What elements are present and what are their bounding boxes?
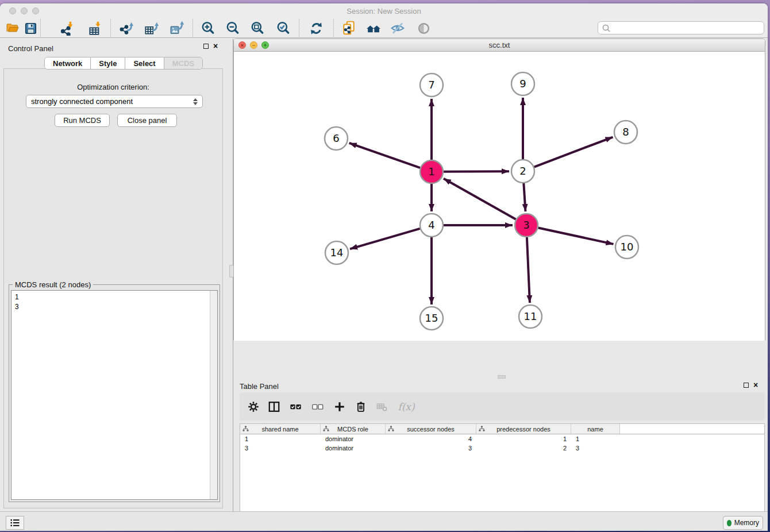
zoom-fit-icon[interactable] [249,20,265,36]
table-cell: dominator [321,444,386,453]
export-image-icon[interactable] [168,20,184,36]
graph-edge-1-6[interactable] [349,143,421,168]
svg-text:3: 3 [523,219,529,231]
mcds-scrollbar[interactable] [210,291,217,499]
function-builder-icon: f(x) [396,399,417,415]
table-cell: 2 [476,444,571,453]
column-header-name[interactable]: name [571,424,620,434]
tab-select[interactable]: Select [125,57,163,69]
mcds-result-line: 1 [15,292,214,302]
svg-text:4: 4 [428,219,434,231]
application-window: Session: New Session [0,3,768,531]
graph-edge-4-14[interactable] [350,229,420,249]
graph-node-1[interactable]: 1 [420,160,443,183]
task-history-icon[interactable] [6,516,24,530]
run-mcds-button[interactable]: Run MCDS [55,114,110,127]
column-header-successor-nodes[interactable]: successor nodes [386,424,476,434]
svg-text:11: 11 [524,310,537,322]
float-panel-icon[interactable] [744,383,749,388]
column-browser-icon[interactable] [266,399,282,415]
open-session-icon[interactable] [5,20,21,36]
create-column-icon[interactable] [332,399,348,415]
graph-node-2[interactable]: 2 [511,160,534,183]
export-network-icon[interactable] [118,20,134,36]
control-panel-title: Control Panel [8,44,53,53]
column-header-mcds-role[interactable]: MCDS role [321,424,386,434]
mcds-result-text[interactable]: 13 [11,290,218,500]
column-header-shared-name[interactable]: shared name [240,424,321,434]
birds-eye-view-icon[interactable] [415,20,432,36]
export-table-icon[interactable] [143,20,159,36]
criterion-select[interactable]: strongly connected component [26,95,203,108]
graph-node-9[interactable]: 9 [511,72,534,95]
control-panel-tabs: NetworkStyleSelectMCDS [44,57,203,70]
table-cell: 4 [386,434,476,444]
zoom-in-icon[interactable] [200,20,216,36]
table-settings-icon[interactable] [245,399,261,415]
main-titlebar: Session: New Session [0,3,768,18]
graph-node-10[interactable]: 10 [615,236,638,259]
graph-node-15[interactable]: 15 [420,307,443,330]
optimization-criterion-label: Optimization criterion: [4,83,222,91]
float-panel-icon[interactable] [203,44,209,49]
graph-edge-2-3[interactable] [523,183,525,211]
status-bar: Memory [0,511,768,531]
graph-edge-2-8[interactable] [534,137,613,167]
node-table-header: shared nameMCDS rolesuccessor nodesprede… [240,424,764,434]
main-toolbar [0,18,768,38]
zoom-out-icon[interactable] [225,20,241,36]
memory-status-icon [727,520,732,526]
table-toolbar: f(x) [240,392,765,421]
clone-network-icon[interactable] [341,20,357,36]
import-network-icon[interactable] [59,20,75,36]
close-panel-button[interactable]: Close panel [117,114,177,127]
table-row[interactable]: 3dominator323 [240,444,764,453]
table-cell: 3 [571,444,620,453]
column-header-predecessor-nodes[interactable]: predecessor nodes [476,424,571,434]
table-cell: 1 [240,434,321,444]
tab-mcds[interactable]: MCDS [164,57,202,69]
graph-node-11[interactable]: 11 [519,305,542,328]
toolbar-separator [333,19,334,37]
graph-node-7[interactable]: 7 [420,74,443,97]
graph-node-4[interactable]: 4 [420,214,443,237]
svg-text:6: 6 [333,132,339,144]
zoom-selected-icon[interactable] [275,20,291,36]
search-input[interactable] [611,24,760,33]
save-session-icon[interactable] [22,20,38,36]
graph-node-14[interactable]: 14 [325,241,348,264]
close-panel-icon[interactable]: × [753,383,758,388]
graph-edge-3-11[interactable] [527,237,530,303]
network-window: × − + scc.txt 7968124314101511 [233,38,765,341]
select-all-rows-icon[interactable] [288,399,304,415]
refresh-layout-icon[interactable] [308,20,324,36]
graph-edge-1-2[interactable] [444,171,509,172]
network-window-titlebar[interactable]: × − + scc.txt [234,39,765,52]
tab-network[interactable]: Network [45,57,90,69]
table-row[interactable]: 1dominator411 [240,434,764,444]
graph-edge-3-1[interactable] [444,179,516,219]
deselect-all-rows-icon[interactable] [310,399,326,415]
home-layout-icon[interactable] [365,20,382,36]
graph-node-3[interactable]: 3 [515,214,538,237]
table-cell: 3 [386,444,476,453]
import-table-icon[interactable] [87,20,103,36]
mcds-panel: Optimization criterion: strongly connect… [3,68,223,508]
control-panel: Control Panel × NetworkStyleSelectMCDS O… [0,38,226,511]
memory-button[interactable]: Memory [723,516,763,530]
graph-node-6[interactable]: 6 [325,127,348,150]
hide-graphics-details-icon[interactable] [390,20,406,36]
svg-text:10: 10 [621,241,634,253]
network-canvas[interactable]: 7968124314101511 [234,52,765,341]
search-box [598,21,764,34]
node-table-body: 1dominator4113dominator323 [240,434,764,453]
select-stepper-icon [193,98,198,105]
tab-style[interactable]: Style [90,57,125,69]
floppy-icon [24,22,37,35]
close-panel-icon[interactable]: × [213,44,218,49]
toolbar-separator [110,19,111,37]
open-folder-icon [6,21,20,35]
graph-edge-3-10[interactable] [538,228,614,244]
graph-node-8[interactable]: 8 [614,121,637,144]
delete-column-icon[interactable] [353,399,369,415]
